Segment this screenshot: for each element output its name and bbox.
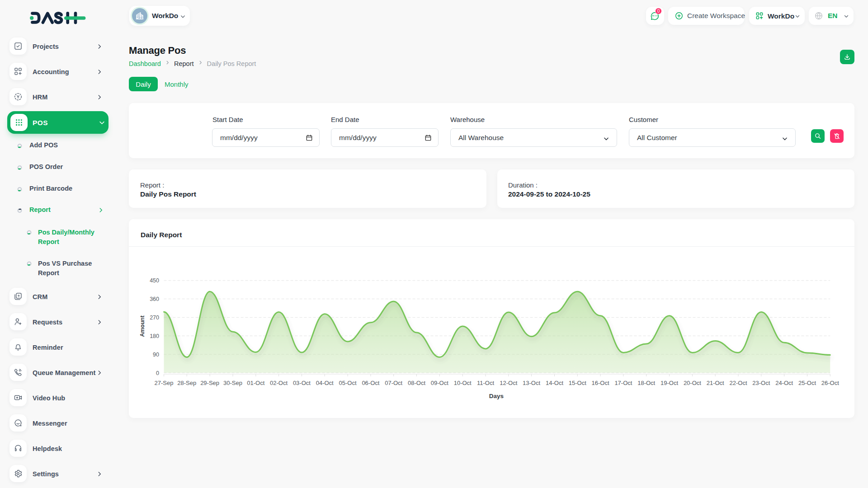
svg-text:02-Oct: 02-Oct [270,380,288,386]
svg-text:06-Oct: 06-Oct [362,380,379,386]
svg-text:09-Oct: 09-Oct [431,380,448,386]
svg-text:20-Oct: 20-Oct [684,380,701,386]
svg-text:11-Oct: 11-Oct [477,380,494,386]
svg-text:26-Oct: 26-Oct [821,380,839,386]
svg-text:180: 180 [150,333,159,339]
svg-text:03-Oct: 03-Oct [293,380,311,386]
svg-text:24-Oct: 24-Oct [775,380,793,386]
svg-text:360: 360 [150,296,159,302]
svg-text:90: 90 [153,352,159,358]
svg-text:13-Oct: 13-Oct [523,380,540,386]
svg-text:01-Oct: 01-Oct [247,380,264,386]
svg-text:17-Oct: 17-Oct [614,380,632,386]
svg-text:29-Sep: 29-Sep [200,380,219,386]
svg-text:08-Oct: 08-Oct [408,380,425,386]
svg-text:450: 450 [150,277,159,284]
svg-text:21-Oct: 21-Oct [707,380,724,386]
svg-text:22-Oct: 22-Oct [729,380,747,386]
svg-text:Days: Days [489,393,504,399]
svg-text:25-Oct: 25-Oct [798,380,816,386]
svg-text:27-Sep: 27-Sep [155,380,174,386]
svg-text:28-Sep: 28-Sep [177,380,196,386]
svg-text:10-Oct: 10-Oct [454,380,472,386]
svg-text:30-Sep: 30-Sep [223,380,242,386]
svg-text:05-Oct: 05-Oct [339,380,357,386]
svg-text:07-Oct: 07-Oct [385,380,402,386]
svg-text:19-Oct: 19-Oct [660,380,678,386]
svg-text:15-Oct: 15-Oct [569,380,586,386]
svg-text:18-Oct: 18-Oct [637,380,655,386]
svg-text:Amount: Amount [139,315,146,337]
svg-text:16-Oct: 16-Oct [592,380,609,386]
svg-text:23-Oct: 23-Oct [752,380,770,386]
svg-text:270: 270 [150,314,159,321]
svg-text:12-Oct: 12-Oct [500,380,517,386]
svg-text:0: 0 [156,370,159,376]
svg-text:04-Oct: 04-Oct [316,380,334,386]
svg-text:14-Oct: 14-Oct [546,380,563,386]
